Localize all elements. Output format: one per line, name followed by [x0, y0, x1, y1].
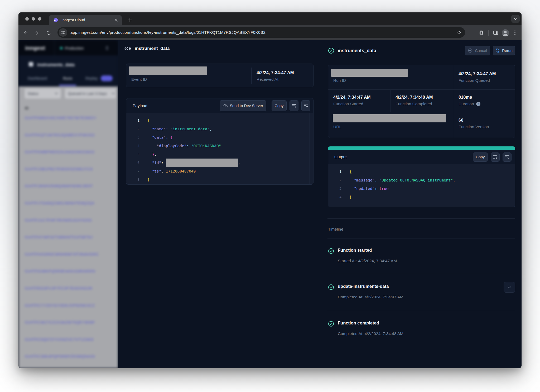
payload-label: Payload: [133, 103, 220, 108]
run-id-link[interactable]: 01HTFN86XV6CXWE7657W7E3WDY: [25, 116, 97, 120]
sidebar-tab-dashboard[interactable]: Dashboard: [28, 76, 47, 80]
sidebar-tab-replay[interactable]: Replay: [85, 76, 98, 80]
traffic-light-zoom-icon[interactable]: [38, 17, 41, 21]
url-text[interactable]: app.inngest.com/env/production/functions…: [70, 30, 455, 35]
sidebar-tab-runs[interactable]: Runs: [63, 76, 72, 80]
side-panel-icon[interactable]: [491, 28, 500, 37]
cancel-button[interactable]: Cancel: [465, 46, 490, 55]
duration-label: Duration i: [459, 102, 480, 106]
timeline-entry-title: update-instruments-data: [338, 284, 389, 289]
menu-kebab-icon[interactable]: [510, 28, 519, 37]
timeline-check-icon: [328, 284, 334, 290]
received-at-label: Received At: [257, 77, 278, 82]
event-id-label: Event ID: [131, 77, 147, 82]
tab-title: Inngest Cloud: [61, 18, 114, 22]
function-name: instruments_data: [37, 62, 75, 68]
code-line: 5 },: [126, 150, 313, 159]
timeline-label: Timeline: [328, 227, 343, 232]
duration-info-icon[interactable]: i: [476, 102, 480, 106]
run-id-link[interactable]: 01HTFCYYZ0YGY0DKJVP92NKXCZ: [25, 303, 95, 308]
url-redacted-value: [333, 114, 446, 122]
function-queued-label: Function Queued: [459, 78, 490, 83]
run-id-link[interactable]: 01HTFHYWF32TSB9H0T01F5BT8J: [25, 235, 93, 239]
rerun-button[interactable]: Rerun: [493, 46, 515, 55]
url-label: URL: [333, 125, 341, 129]
active-tab-underline: [59, 85, 76, 86]
run-title: instruments_data: [338, 48, 376, 54]
function-completed-value: 4/2/24, 7:34:48 AM: [396, 95, 433, 100]
environment-chevrons-icon[interactable]: [105, 46, 109, 50]
timeline-entry-detail: Started At: 4/2/2024, 7:34:47 AM: [338, 259, 397, 263]
run-id-link[interactable]: 01HTFJ7DA6Q238SJWNHTE9Q2Q4: [25, 201, 94, 205]
browser-toolbar: app.inngest.com/env/production/functions…: [18, 25, 522, 40]
environment-selector[interactable]: Production: [65, 46, 84, 50]
run-id-link[interactable]: 01HTFC39K4PQP0R6PZR3MQN4X6: [25, 354, 95, 358]
new-tab-button[interactable]: [126, 16, 133, 23]
code-line: 4 "displayCode": "OCTO:NASDAQ": [126, 142, 313, 150]
payload-copy-button[interactable]: Copy: [272, 100, 287, 111]
bookmark-star-icon[interactable]: [455, 28, 464, 37]
output-code[interactable]: 1{2 "message": "Updated OCTO:NASDAQ inst…: [328, 164, 515, 207]
output-copy-button[interactable]: Copy: [473, 152, 488, 162]
event-id-redacted-value: [129, 66, 207, 75]
app-content: inngest Production instruments_data D: [18, 40, 522, 368]
inngest-favicon-icon: [54, 18, 58, 22]
code-line: 1{: [328, 168, 515, 176]
function-started-value: 4/2/24, 7:34:47 AM: [333, 95, 371, 100]
output-card: Output Copy: [328, 146, 515, 207]
reload-button[interactable]: [44, 28, 53, 37]
runs-table: Status Queued in Last 3 Days ID 01HTFN86…: [18, 87, 118, 368]
queued-filter[interactable]: Queued in Last 3 Days: [65, 88, 116, 99]
run-id-link[interactable]: 01HTFJ1C7FHF7RVN051G3Y0253: [25, 218, 92, 222]
run-id-label: Run ID: [333, 78, 346, 83]
received-at-value: 4/2/24, 7:34:47 AM: [257, 70, 294, 75]
duration-value: 810ms: [459, 95, 472, 100]
run-id-link[interactable]: 01HTFG38KPQ5R9E4A91G8RARRN: [25, 269, 95, 273]
code-line: 1{: [126, 116, 313, 125]
run-id-link[interactable]: 01HTFKMBPMD0ZAJ4AG04KD3A02: [25, 150, 95, 154]
function-icon: [29, 62, 33, 66]
code-redacted-value: [166, 159, 238, 167]
run-details-card: Run ID 4/2/24, 7:34:47 AM Function Queue…: [328, 65, 515, 138]
toolbar-separator: [488, 30, 489, 36]
site-info-icon[interactable]: [59, 28, 67, 37]
payload-code[interactable]: 1{2 "name": "instrument_data",3 "data": …: [126, 113, 313, 184]
traffic-light-close-icon[interactable]: [25, 17, 29, 21]
run-id-link[interactable]: 01HTFJ9HHV508Q48AP4DM13E9T: [25, 184, 93, 188]
code-line: 2 "name": "instrument_data",: [126, 125, 313, 133]
run-id-link[interactable]: 01HTFCW27CZ2X3AZM75QEY9H8F: [25, 320, 95, 324]
extensions-puzzle-icon[interactable]: [477, 28, 486, 37]
traffic-light-minimize-icon[interactable]: [32, 17, 35, 21]
tab-close-icon[interactable]: [114, 18, 119, 22]
run-id-link[interactable]: 01HTFC5Q07ZYVXNZVC7VT1Z4K6: [25, 337, 94, 342]
browser-tab[interactable]: Inngest Cloud: [49, 15, 122, 25]
code-line: 4}: [328, 193, 515, 201]
browser-window: Inngest Cloud: [18, 12, 522, 368]
code-line: 6 "id": ,: [126, 159, 313, 167]
word-wrap-icon[interactable]: [290, 100, 298, 111]
tab-search-button[interactable]: [511, 15, 520, 23]
sidebar: inngest Production instruments_data D: [18, 40, 118, 368]
inngest-logo[interactable]: inngest: [25, 45, 45, 51]
forward-button[interactable]: [32, 28, 41, 37]
timeline-entry-detail: Completed At: 4/2/2024, 7:34:48 AM: [338, 331, 403, 336]
status-filter[interactable]: Status: [24, 88, 61, 99]
back-button[interactable]: [21, 28, 30, 37]
url-bar[interactable]: app.inngest.com/env/production/functions…: [57, 27, 465, 38]
run-id-link[interactable]: 01HTFEG3FVJP7FZJP7EA5XN3JR: [25, 286, 93, 290]
event-title: instrument_data: [135, 46, 170, 51]
send-to-dev-server-button[interactable]: Send to Dev Server: [220, 100, 266, 111]
event-panel: instrument_data Event ID 4/2/24, 7:34:47…: [118, 40, 321, 368]
run-id-link[interactable]: 01HTFHXGR0CWNH6WY6T3NAVGRC: [25, 252, 99, 256]
output-success-accent-bar: [328, 146, 515, 150]
scroll-to-bottom-icon[interactable]: [301, 100, 310, 111]
output-scroll-to-bottom-icon[interactable]: [503, 152, 512, 162]
output-word-wrap-icon[interactable]: [491, 152, 500, 162]
id-column-header: ID: [25, 106, 29, 110]
expand-step-button[interactable]: [504, 282, 515, 293]
code-line: 3 "updated": true: [328, 184, 515, 193]
run-id-link[interactable]: 01HTFKQT1M7RSJQABEXYF0K0S2: [25, 133, 95, 137]
run-id-redacted-value: [331, 69, 408, 77]
run-id-link[interactable]: 01HTFJ3B1PB27EWGK5Z086JYC8: [25, 167, 93, 171]
profile-avatar[interactable]: [502, 29, 509, 36]
